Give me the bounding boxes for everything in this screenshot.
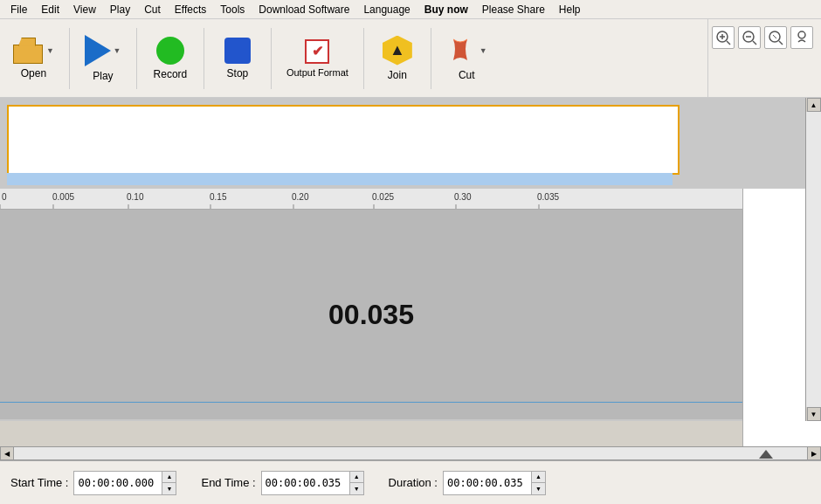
cut-dropdown-arrow: ▼ <box>479 46 487 55</box>
menu-edit[interactable]: Edit <box>34 2 66 17</box>
vscroll-up-button[interactable]: ▲ <box>807 98 821 112</box>
sep6 <box>431 28 431 89</box>
duration-label: Duration : <box>389 476 438 489</box>
menu-buy[interactable]: Buy now <box>417 2 475 17</box>
menu-tools[interactable]: Tools <box>213 2 252 17</box>
start-time-spinner: ▲ ▼ <box>162 472 176 494</box>
menu-cut[interactable]: Cut <box>137 2 168 17</box>
menu-bar: File Edit View Play Cut Effects Tools Do… <box>0 0 821 19</box>
start-time-up[interactable]: ▲ <box>162 472 176 484</box>
duration-input[interactable] <box>444 472 531 494</box>
output-label: Output Format <box>286 67 348 78</box>
stop-label: Stop <box>227 67 249 79</box>
sep3 <box>204 28 204 89</box>
waveform-container: 0 0.005 0.10 0.15 0.20 0.025 0.30 0.035 <box>0 98 821 421</box>
play-button[interactable]: ▼ Play <box>77 24 129 93</box>
menu-share[interactable]: Please Share <box>475 2 552 17</box>
start-time-group: Start Time : ▲ ▼ <box>10 471 176 495</box>
svg-line-9 <box>773 35 776 38</box>
hscroll-right-button[interactable]: ▶ <box>807 446 821 460</box>
menu-view[interactable]: View <box>66 2 103 17</box>
zoom-out-button[interactable] <box>738 26 761 49</box>
vscroll-down-button[interactable]: ▼ <box>807 407 821 421</box>
zoom-fit-icon <box>768 30 783 45</box>
duration-group: Duration : ▲ ▼ <box>389 471 546 495</box>
menu-language[interactable]: Language <box>356 2 417 17</box>
toolbar: ▼ Open ▼ Play Record Stop ✔ Output Forma… <box>0 19 821 98</box>
output-icon: ✔ <box>305 39 329 64</box>
sep4 <box>271 28 272 89</box>
hscroll-left-button[interactable]: ◀ <box>0 446 14 460</box>
main-waveform-area[interactable] <box>0 210 742 419</box>
end-time-down[interactable]: ▼ <box>350 483 363 494</box>
vertical-scrollbar[interactable]: ▲ ▼ <box>805 98 821 421</box>
duration-down[interactable]: ▼ <box>532 483 545 494</box>
stop-icon <box>224 38 251 64</box>
sep2 <box>136 28 137 89</box>
timeline-ruler: 0 0.005 0.10 0.15 0.20 0.025 0.30 0.035 <box>0 189 742 210</box>
track-area <box>7 105 680 175</box>
record-label: Record <box>154 68 188 80</box>
zoom-toolbar <box>707 19 821 98</box>
vscroll-track[interactable] <box>806 112 821 407</box>
horizontal-scrollbar[interactable]: ◀ ▶ <box>0 446 821 460</box>
start-time-input-wrapper: ▲ ▼ <box>73 471 176 495</box>
menu-play[interactable]: Play <box>103 2 137 17</box>
hscroll-track[interactable] <box>14 447 807 459</box>
ruler-ticks <box>0 189 742 209</box>
join-button[interactable]: ▲ Join <box>371 24 424 93</box>
record-button[interactable]: Record <box>144 24 197 93</box>
svg-point-10 <box>798 31 805 38</box>
menu-help[interactable]: Help <box>552 2 588 17</box>
join-icon: ▲ <box>390 41 405 59</box>
svg-line-6 <box>753 41 756 45</box>
menu-file[interactable]: File <box>3 2 34 17</box>
start-time-label: Start Time : <box>10 476 68 489</box>
timeline-scroll-up-arrow[interactable] <box>759 450 773 459</box>
zoom-in-button[interactable] <box>712 26 735 49</box>
zoom-fit-button[interactable] <box>764 26 787 49</box>
join-label: Join <box>388 69 407 81</box>
sep1 <box>69 28 70 89</box>
end-time-label: End Time : <box>201 476 255 489</box>
open-label: Open <box>21 67 46 79</box>
end-time-input-wrapper: ▲ ▼ <box>261 471 364 495</box>
selection-bar[interactable] <box>7 173 673 185</box>
statusbar: Start Time : ▲ ▼ End Time : ▲ ▼ Duration… <box>0 460 821 504</box>
duration-input-wrapper: ▲ ▼ <box>443 471 546 495</box>
zoom-select-icon <box>794 30 810 45</box>
sep5 <box>363 28 364 89</box>
stop-button[interactable]: Stop <box>211 24 264 93</box>
svg-line-8 <box>779 41 783 45</box>
zoom-select-button[interactable] <box>790 26 813 49</box>
open-dropdown-arrow: ▼ <box>46 46 54 55</box>
play-dropdown-arrow: ▼ <box>113 46 121 55</box>
play-icon <box>85 35 111 66</box>
start-time-down[interactable]: ▼ <box>162 483 176 494</box>
cut-label: Cut <box>459 69 475 81</box>
record-icon <box>156 37 184 65</box>
playback-position-line <box>0 402 742 403</box>
end-time-input[interactable] <box>262 472 349 494</box>
menu-download[interactable]: Download Software <box>252 2 356 17</box>
end-time-spinner: ▲ ▼ <box>349 472 363 494</box>
cut-button[interactable]: ▼ Cut <box>438 24 495 93</box>
play-label: Play <box>93 70 113 82</box>
svg-line-3 <box>727 41 730 45</box>
end-time-group: End Time : ▲ ▼ <box>201 471 363 495</box>
zoom-out-icon <box>742 30 757 45</box>
menu-effects[interactable]: Effects <box>168 2 213 17</box>
duration-up[interactable]: ▲ <box>532 472 545 484</box>
end-time-up[interactable]: ▲ <box>350 472 363 484</box>
output-format-button[interactable]: ✔ Output Format <box>279 24 356 93</box>
open-button[interactable]: ▼ Open <box>5 24 62 93</box>
start-time-input[interactable] <box>74 472 162 494</box>
duration-spinner: ▲ ▼ <box>531 472 545 494</box>
zoom-in-icon <box>715 30 731 45</box>
cut-icon <box>446 36 474 64</box>
